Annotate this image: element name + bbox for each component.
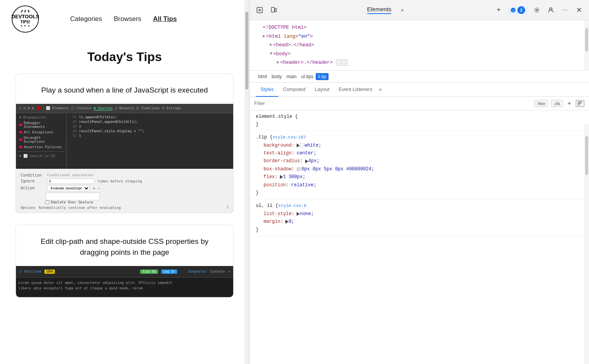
bc-li-tip[interactable]: li.tip (316, 73, 329, 80)
css-rules: element.style { } .tip { style.css:187 b… (250, 110, 589, 240)
more-panels-button[interactable]: » (397, 5, 408, 16)
css-selector-ul-li[interactable]: ul, li { (256, 202, 278, 210)
css-prop-name-flex: flex: (264, 173, 278, 181)
svg-rect-8 (578, 103, 581, 104)
ignore-input[interactable] (47, 178, 95, 184)
dom-body-tag: <body> (273, 50, 291, 59)
html-expand-arrow[interactable]: ▶ (263, 33, 265, 40)
options-row: Options Automatically continue after eva… (21, 206, 229, 210)
css-value-background: white; (304, 142, 321, 149)
filter-bar: :hov .cls + (250, 97, 589, 110)
tab-layout[interactable]: Layout (310, 83, 334, 97)
issues-badge[interactable]: ! 2 (507, 5, 528, 15)
dom-tree-area: <!DOCTYPE html> ▶ <html lang="en"> ▶ <he… (250, 20, 589, 71)
bc-ul-tips[interactable]: ul.tips (299, 73, 316, 80)
nav-all-tips[interactable]: All Tips (153, 15, 177, 23)
nav-categories[interactable]: Categories (70, 15, 102, 23)
svg-rect-7 (578, 102, 582, 102)
border-radius-triangle-icon[interactable] (305, 159, 308, 163)
debugger-toolbar: ✕ ⊡ ⊠ ⊞ ⬜ Elements ⬡ Console ⊞ Sources ⊙… (16, 104, 233, 113)
background-triangle-icon[interactable] (297, 144, 300, 147)
css-prop-list-style: list-style: none; (256, 210, 583, 218)
issues-count: 2 (517, 6, 525, 14)
bp-uncaught-exc: Uncaught Exceptions (18, 135, 65, 144)
css-prop-background: background: white; (256, 142, 583, 149)
device-toggle-button[interactable] (268, 5, 279, 16)
left-scrollbar-thumb[interactable] (245, 12, 248, 89)
dom-header[interactable]: ▶ <header>…</header> … (256, 58, 583, 67)
dom-body[interactable]: ▼ <body> (256, 50, 583, 59)
account-button[interactable] (545, 5, 556, 16)
toggle-button[interactable] (576, 100, 584, 107)
css-source-link-tip[interactable]: style.css:187 (273, 134, 306, 141)
ff-content: Lorem ipsum dolor sit amet, consectetur … (16, 278, 233, 294)
css-value-list-style: none; (300, 210, 314, 218)
debugger-screenshot: ✕ ⊡ ⊠ ⊞ ⬜ Elements ⬡ Console ⊞ Sources ⊙… (16, 104, 233, 213)
flex-triangle-icon[interactable] (280, 175, 283, 179)
css-source-link-ul-li[interactable]: style.css:6 (278, 202, 307, 210)
css-prop-text-align: text-align: center; (256, 149, 583, 157)
hov-button[interactable]: :hov (534, 100, 548, 107)
css-prop-box-shadow: box-shadow: 0px 0px 5px 0px #00000024; (256, 165, 583, 173)
devtools-header: Elements » + ! 2 ··· ✕ (250, 0, 589, 20)
tab-event-listeners[interactable]: Event Listeners (334, 83, 377, 97)
background-color-swatch[interactable] (300, 144, 304, 147)
dom-head[interactable]: ▶ <head>…</head> (256, 41, 583, 50)
tip-2-image: ⬡ Untitled 100% Sign Up Log In Inspector… (16, 266, 233, 297)
ff-toolbar: ⬡ Untitled 100% Sign Up Log In Inspector… (16, 266, 233, 278)
emulate-gesture-check[interactable]: Emulate User Gesture (46, 200, 229, 204)
tip-card-2: Edit clip-path and shape-outside CSS pro… (16, 225, 234, 298)
add-panel-button[interactable]: + (493, 5, 504, 16)
svg-point-5 (536, 9, 538, 11)
body-expand-arrow[interactable]: ▼ (270, 50, 273, 58)
svg-point-6 (550, 8, 552, 10)
styles-scrollbar-thumb[interactable] (585, 136, 588, 175)
box-shadow-swatch[interactable] (297, 167, 301, 171)
css-prop-name-list-style: list-style: (264, 210, 294, 218)
bp-assertion-fail: Assertion Failures (18, 144, 65, 150)
css-prop-name-background: background: (264, 142, 294, 149)
dom-scrollbar-track[interactable] (584, 20, 589, 71)
bc-body[interactable]: body (269, 73, 284, 80)
bc-html[interactable]: html (256, 73, 269, 80)
list-style-triangle-icon[interactable] (297, 212, 300, 216)
filter-input[interactable] (254, 101, 531, 106)
cls-button[interactable]: .cls (551, 100, 563, 107)
header-expand-arrow[interactable]: ▶ (277, 59, 280, 66)
margin-triangle-icon[interactable] (285, 220, 288, 224)
devtools-panel-title: Elements (367, 6, 392, 14)
dom-doctype: <!DOCTYPE html> (256, 23, 583, 32)
element-picker-button[interactable] (254, 5, 265, 16)
css-value-border-radius: 4px; (308, 157, 320, 165)
css-value-flex: 1 300px; (283, 173, 306, 181)
more-options-button[interactable]: ··· (559, 5, 570, 16)
styles-panel: element.style { } .tip { style.css:187 b… (250, 110, 589, 364)
evaluate-box[interactable] (46, 192, 100, 200)
dom-tree: <!DOCTYPE html> ▶ <html lang="en"> ▶ <he… (250, 20, 589, 71)
css-selector-tip[interactable]: .tip { (256, 133, 273, 141)
tab-computed[interactable]: Computed (278, 83, 310, 97)
ignore-label: Ignore (21, 179, 44, 183)
add-style-button[interactable]: + (566, 99, 573, 108)
nav-links: Categories Browsers All Tips (70, 15, 177, 23)
logo[interactable]: ✦ ✦ ✦ DEVTOOLS TIPS! ✦ ✦ ✦ (12, 5, 39, 33)
css-rule-ul-li: ul, li { style.css:6 list-style: none; m… (250, 200, 589, 236)
console-label[interactable]: Console (210, 270, 225, 273)
css-value-margin: 0; (288, 218, 294, 226)
action-select[interactable]: Evaluate JavaScript (47, 185, 90, 191)
tab-styles[interactable]: Styles (256, 83, 278, 97)
styles-scrollbar-track[interactable] (584, 124, 589, 364)
dom-scrollbar-thumb[interactable] (585, 28, 588, 51)
bc-main[interactable]: main (284, 73, 299, 80)
close-button[interactable]: ✕ (573, 5, 584, 16)
more-tabs-button[interactable]: » (378, 86, 382, 93)
head-expand-arrow[interactable]: ▶ (270, 41, 273, 49)
css-close-brace-2: } (256, 189, 258, 197)
left-scrollbar-track[interactable] (244, 0, 249, 364)
inspector-label[interactable]: Inspector (188, 270, 207, 273)
nav-browsers[interactable]: Browsers (114, 15, 141, 23)
tip-card-1: Play a sound when a line of JavaScript i… (16, 74, 234, 213)
css-prop-position: position: relative; (256, 181, 583, 189)
dom-html[interactable]: ▶ <html lang="en"> (256, 32, 583, 41)
settings-button[interactable] (531, 5, 542, 16)
